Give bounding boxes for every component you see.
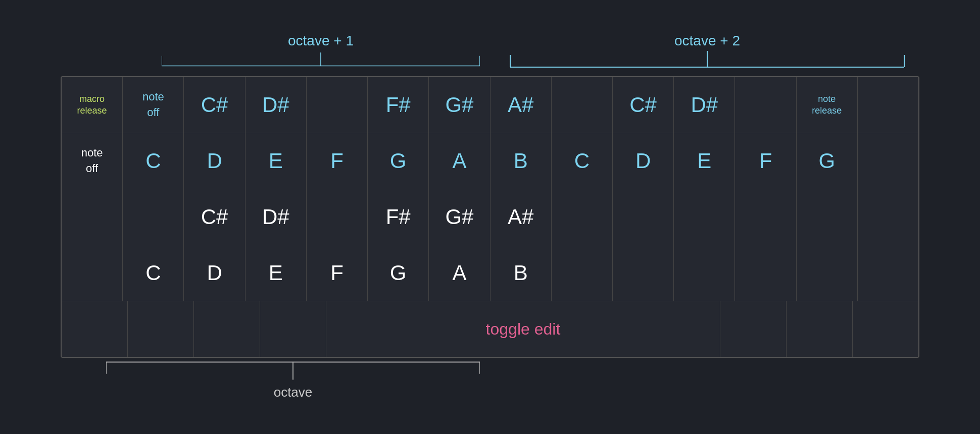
note-off-cell-2[interactable]: note off (62, 133, 123, 189)
d1-cell[interactable]: D (184, 133, 245, 189)
row-toggle: toggle edit (62, 301, 918, 357)
f-sharp-1-cell[interactable]: F# (368, 77, 429, 133)
empty-5g (853, 301, 918, 357)
main-grid: macro release note off C# D# F# G# A# C#… (61, 76, 919, 358)
d-sharp-1-cell[interactable]: D# (246, 77, 307, 133)
e-r4-cell[interactable]: E (246, 245, 307, 301)
octave1-text: octave + 1 (162, 33, 480, 49)
octave1-label: octave + 1 (162, 33, 480, 72)
empty-2a (858, 133, 918, 189)
empty-3d (552, 189, 613, 245)
octave-bottom-text: octave (106, 385, 480, 400)
g1-cell[interactable]: G (368, 133, 429, 189)
empty-5a (62, 301, 128, 357)
c-sharp-2-cell[interactable]: C# (613, 77, 674, 133)
empty-3c (307, 189, 368, 245)
c-sharp-1-cell[interactable]: C# (184, 77, 245, 133)
a-sharp-r3-cell[interactable]: A# (491, 189, 552, 245)
row-naturals-2: C D E F G A B (62, 245, 918, 301)
empty-3a (62, 189, 123, 245)
empty-1c (735, 77, 796, 133)
note-off-cell-1[interactable]: note off (123, 77, 184, 133)
empty-4f (797, 245, 858, 301)
d-sharp-2-cell[interactable]: D# (674, 77, 735, 133)
bottom-label-container: octave (61, 361, 919, 401)
empty-4b (552, 245, 613, 301)
toggle-edit-cell[interactable]: toggle edit (326, 301, 721, 357)
empty-4e (735, 245, 796, 301)
d-r4-cell[interactable]: D (184, 245, 245, 301)
g-sharp-r3-cell[interactable]: G# (429, 189, 490, 245)
empty-5d (260, 301, 326, 357)
g-sharp-1-cell[interactable]: G# (429, 77, 490, 133)
g2-cell[interactable]: G (797, 133, 858, 189)
top-labels: octave + 1 octave + 2 (61, 33, 919, 73)
g-r4-cell[interactable]: G (368, 245, 429, 301)
e2-cell[interactable]: E (674, 133, 735, 189)
empty-4g (858, 245, 918, 301)
octave-bottom-label: octave (106, 361, 480, 400)
empty-1a (307, 77, 368, 133)
d2-cell[interactable]: D (613, 133, 674, 189)
row-naturals-1: note off C D E F G A B C D E F G (62, 133, 918, 189)
empty-5c (194, 301, 260, 357)
empty-4a (62, 245, 123, 301)
c2-cell[interactable]: C (552, 133, 613, 189)
c1-cell[interactable]: C (123, 133, 184, 189)
empty-1d (858, 77, 918, 133)
note-release-cell[interactable]: note release (797, 77, 858, 133)
b1-cell[interactable]: B (491, 133, 552, 189)
empty-5e (720, 301, 787, 357)
f1-cell[interactable]: F (307, 133, 368, 189)
e1-cell[interactable]: E (246, 133, 307, 189)
f2-cell[interactable]: F (735, 133, 796, 189)
empty-3h (797, 189, 858, 245)
main-container: octave + 1 octave + 2 macro release note (61, 33, 919, 401)
a-r4-cell[interactable]: A (429, 245, 490, 301)
empty-3i (858, 189, 918, 245)
a-sharp-1-cell[interactable]: A# (491, 77, 552, 133)
octave2-text: octave + 2 (495, 33, 919, 49)
empty-3e (613, 189, 674, 245)
d-sharp-r3-cell[interactable]: D# (246, 189, 307, 245)
empty-5b (128, 301, 194, 357)
c-sharp-r3-cell[interactable]: C# (184, 189, 245, 245)
row-sharps-1: macro release note off C# D# F# G# A# C#… (62, 77, 918, 133)
a1-cell[interactable]: A (429, 133, 490, 189)
empty-5f (787, 301, 853, 357)
b-r4-cell[interactable]: B (491, 245, 552, 301)
empty-1b (552, 77, 613, 133)
empty-4d (674, 245, 735, 301)
f-r4-cell[interactable]: F (307, 245, 368, 301)
empty-3b (123, 189, 184, 245)
c-r4-cell[interactable]: C (123, 245, 184, 301)
row-sharps-2: C# D# F# G# A# (62, 189, 918, 245)
f-sharp-r3-cell[interactable]: F# (368, 189, 429, 245)
macro-release-cell[interactable]: macro release (62, 77, 123, 133)
octave2-label: octave + 2 (495, 33, 919, 72)
empty-4c (613, 245, 674, 301)
empty-3f (674, 189, 735, 245)
empty-3g (735, 189, 796, 245)
